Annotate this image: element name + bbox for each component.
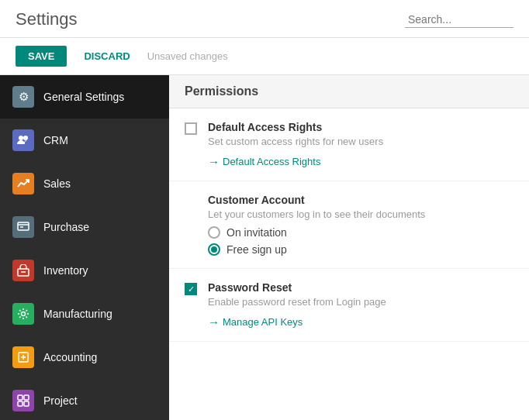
svg-rect-11 bbox=[18, 395, 22, 400]
sidebar-label-manufacturing: Manufacturing bbox=[43, 308, 112, 320]
radio-label-invitation: On invitation bbox=[226, 226, 287, 239]
customer-account-radio-group: On invitation Free sign up bbox=[208, 226, 513, 256]
default-access-link[interactable]: Default Access Rights bbox=[208, 155, 513, 168]
radio-label-free-signup: Free sign up bbox=[226, 243, 287, 256]
sidebar-item-manufacturing[interactable]: Manufacturing bbox=[0, 292, 169, 336]
svg-rect-14 bbox=[24, 401, 29, 406]
gear-icon: ⚙ bbox=[12, 86, 34, 108]
sidebar-item-accounting[interactable]: Accounting bbox=[0, 336, 169, 379]
radio-circle-free-signup[interactable] bbox=[208, 243, 220, 256]
unsaved-changes-label: Unsaved changes bbox=[147, 50, 228, 62]
sidebar-label-sales: Sales bbox=[43, 177, 71, 190]
sidebar-label-accounting: Accounting bbox=[43, 351, 97, 363]
svg-point-0 bbox=[19, 136, 23, 140]
password-reset-title: Password Reset bbox=[208, 281, 513, 294]
radio-circle-invitation[interactable] bbox=[208, 226, 220, 239]
svg-point-1 bbox=[23, 136, 28, 140]
svg-point-7 bbox=[22, 312, 26, 316]
sidebar-label-purchase: Purchase bbox=[43, 221, 89, 233]
manufacturing-icon bbox=[12, 303, 34, 325]
sidebar-item-crm[interactable]: CRM bbox=[0, 119, 169, 162]
customer-account-title: Customer Account bbox=[208, 194, 513, 206]
sidebar-label-general: General Settings bbox=[43, 91, 124, 103]
sidebar-item-inventory[interactable]: Inventory bbox=[0, 249, 169, 292]
sidebar-label-project: Project bbox=[43, 394, 78, 407]
main-layout: ⚙ General Settings CRM Sales Purchase bbox=[0, 75, 529, 420]
svg-rect-12 bbox=[24, 395, 29, 400]
default-access-desc: Set custom access rights for new users bbox=[208, 136, 513, 147]
purchase-icon bbox=[12, 216, 34, 238]
search-input[interactable] bbox=[405, 12, 513, 28]
accounting-icon bbox=[12, 346, 34, 368]
sidebar-item-project[interactable]: Project bbox=[0, 379, 169, 420]
default-access-title: Default Access Rights bbox=[208, 121, 513, 133]
svg-rect-2 bbox=[18, 222, 29, 230]
discard-button[interactable]: DISCARD bbox=[76, 46, 137, 67]
section-header-permissions: Permissions bbox=[169, 75, 529, 108]
perm-item-customer-account: Customer Account Let your customers log … bbox=[169, 181, 529, 269]
password-reset-desc: Enable password reset from Login page bbox=[208, 296, 513, 308]
radio-on-invitation[interactable]: On invitation bbox=[208, 226, 513, 239]
customer-account-desc: Let your customers log in to see their d… bbox=[208, 208, 513, 220]
inventory-icon bbox=[12, 260, 34, 281]
header: Settings bbox=[0, 0, 529, 38]
manage-api-keys-link[interactable]: Manage API Keys bbox=[208, 315, 513, 329]
sales-icon bbox=[12, 173, 34, 195]
perm-item-password-reset: Password Reset Enable password reset fro… bbox=[169, 269, 529, 342]
sidebar: ⚙ General Settings CRM Sales Purchase bbox=[0, 75, 169, 420]
sidebar-item-purchase[interactable]: Purchase bbox=[0, 205, 169, 249]
project-icon bbox=[12, 390, 34, 411]
save-button[interactable]: SAVE bbox=[16, 46, 67, 67]
default-access-checkbox[interactable] bbox=[185, 122, 197, 135]
sidebar-label-crm: CRM bbox=[43, 134, 68, 146]
sidebar-item-sales[interactable]: Sales bbox=[0, 162, 169, 205]
sidebar-item-general[interactable]: ⚙ General Settings bbox=[0, 75, 169, 119]
sidebar-label-inventory: Inventory bbox=[43, 264, 88, 277]
radio-free-signup[interactable]: Free sign up bbox=[208, 243, 513, 256]
svg-rect-13 bbox=[18, 401, 22, 406]
crm-icon bbox=[12, 129, 34, 151]
toolbar: SAVE DISCARD Unsaved changes bbox=[0, 38, 529, 75]
password-reset-checkbox[interactable] bbox=[185, 283, 197, 295]
page-title: Settings bbox=[16, 9, 78, 29]
content-area: Permissions Default Access Rights Set cu… bbox=[169, 75, 529, 420]
perm-item-default-access: Default Access Rights Set custom access … bbox=[169, 108, 529, 181]
